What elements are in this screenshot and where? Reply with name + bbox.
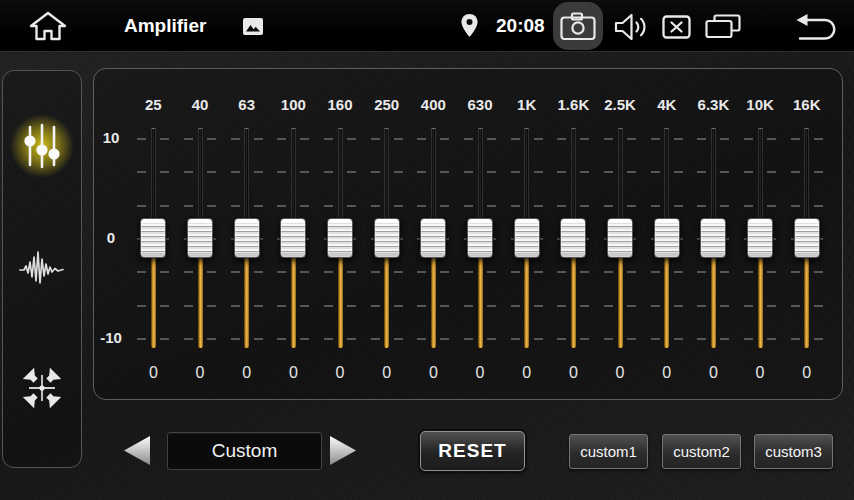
band-value-label: 0 [382,364,391,382]
band-value-label: 0 [289,364,298,382]
band-frequency-label: 1K [517,69,536,128]
sidebar-item-equalizer[interactable] [3,106,81,186]
slider-handle[interactable] [420,218,446,258]
custom2-preset-button[interactable]: custom2 [662,434,741,469]
band-slider[interactable] [410,128,457,348]
scale-label-min: -10 [94,328,128,348]
band-slider[interactable] [597,128,644,348]
recent-apps-icon [705,14,741,39]
eq-band: 630 0 [457,69,504,399]
eq-band: 100 0 [270,69,317,399]
eq-band: 6.3K 0 [690,69,737,399]
eq-band: 400 0 [410,69,457,399]
band-frequency-label: 6.3K [698,69,730,128]
home-button[interactable] [28,9,68,43]
home-icon [29,10,67,42]
slider-handle[interactable] [280,218,306,258]
band-slider[interactable] [550,128,597,348]
equalizer-sliders-icon [20,123,64,169]
slider-handle[interactable] [467,218,493,258]
sidebar [2,70,82,468]
band-frequency-label: 63 [238,69,255,128]
reset-button[interactable]: RESET [420,431,525,471]
band-slider[interactable] [737,128,784,348]
left-arrow-icon [121,434,152,467]
eq-band: 40 0 [177,69,224,399]
sidebar-item-speaker-balance[interactable] [3,348,81,428]
eq-band: 4K 0 [643,69,690,399]
band-slider[interactable] [270,128,317,348]
band-value-label: 0 [522,364,531,382]
slider-handle[interactable] [327,218,353,258]
band-slider[interactable] [130,128,177,348]
band-value-label: 0 [802,364,811,382]
back-button[interactable] [791,12,839,41]
volume-icon [614,14,649,40]
waveform-icon [19,249,65,287]
band-value-label: 0 [336,364,345,382]
eq-band: 250 0 [363,69,410,399]
band-frequency-label: 25 [145,69,162,128]
slider-handle[interactable] [374,218,400,258]
band-frequency-label: 100 [281,69,306,128]
camera-icon [560,12,596,41]
preset-selector[interactable]: Custom [167,432,322,470]
eq-band: 1K 0 [503,69,550,399]
slider-handle[interactable] [560,218,586,258]
slider-handle[interactable] [607,218,633,258]
status-bar: Amplifier 20:08 [0,0,854,52]
recent-apps-button[interactable] [704,13,742,40]
band-frequency-label: 16K [793,69,821,128]
volume-button[interactable] [612,13,650,40]
slider-handle[interactable] [140,218,166,258]
back-icon [793,13,838,40]
slider-handle[interactable] [794,218,820,258]
eq-band: 16K 0 [783,69,830,399]
band-slider[interactable] [783,128,830,348]
slider-handle[interactable] [700,218,726,258]
band-frequency-label: 1.6K [558,69,590,128]
band-slider[interactable] [503,128,550,348]
band-value-label: 0 [149,364,158,382]
eq-band: 1.6K 0 [550,69,597,399]
slider-handle[interactable] [747,218,773,258]
band-frequency-label: 40 [192,69,209,128]
band-slider[interactable] [223,128,270,348]
band-slider[interactable] [457,128,504,348]
band-slider[interactable] [690,128,737,348]
slider-handle[interactable] [654,218,680,258]
band-slider[interactable] [317,128,364,348]
band-value-label: 0 [476,364,485,382]
page-title: Amplifier [124,0,206,52]
scale-label-mid: 0 [94,228,128,248]
photo-icon [242,17,264,36]
right-arrow-icon [328,434,359,467]
screenshot-button[interactable] [553,2,603,50]
preset-prev-button[interactable] [121,434,152,467]
band-value-label: 0 [662,364,671,382]
band-frequency-label: 250 [374,69,399,128]
custom1-preset-button[interactable]: custom1 [569,434,648,469]
slider-handle[interactable] [187,218,213,258]
slider-handle[interactable] [514,218,540,258]
band-slider[interactable] [643,128,690,348]
band-value-label: 0 [429,364,438,382]
preset-next-button[interactable] [328,434,359,467]
band-value-label: 0 [709,364,718,382]
eq-band: 160 0 [317,69,364,399]
scale-label-max: 10 [94,128,128,148]
band-slider[interactable] [177,128,224,348]
slider-handle[interactable] [234,218,260,258]
custom3-preset-button[interactable]: custom3 [754,434,833,469]
band-value-label: 0 [616,364,625,382]
eq-band: 25 0 [130,69,177,399]
sidebar-item-sound-effects[interactable] [3,228,81,308]
equalizer-panel: 10 0 -10 25 0 40 0 [93,68,843,400]
clock: 20:08 [496,0,545,52]
speaker-balance-icon [19,365,65,411]
band-slider[interactable] [363,128,410,348]
wallpaper-button[interactable] [241,16,265,36]
db-scale: 10 0 -10 [94,69,130,399]
close-app-button[interactable] [661,14,691,39]
eq-band: 63 0 [223,69,270,399]
